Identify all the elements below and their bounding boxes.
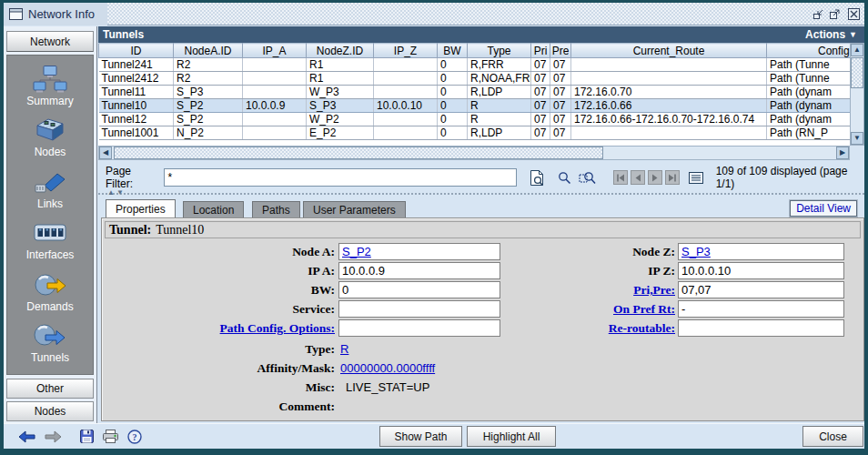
column-header-pre[interactable]: Pre <box>550 44 571 58</box>
highlight-all-button[interactable]: Highlight All <box>467 426 556 447</box>
cell: Path (dynam <box>767 99 851 113</box>
cell: 07 <box>550 99 571 113</box>
field-box[interactable]: - <box>678 300 844 318</box>
page-filter-input[interactable] <box>164 168 516 187</box>
field-value[interactable]: R <box>340 342 348 356</box>
field-label[interactable]: Pri,Pre: <box>448 283 675 298</box>
save-icon[interactable] <box>80 430 94 443</box>
vertical-scroll-thumb[interactable] <box>851 57 863 88</box>
print-icon[interactable] <box>103 430 118 443</box>
show-path-button[interactable]: Show Path <box>379 426 462 447</box>
title-bar[interactable]: Network Info <box>4 3 864 25</box>
field-label[interactable]: Re-routable: <box>448 321 675 336</box>
minimize-button[interactable] <box>811 6 826 22</box>
footer-toolbar: ? Show Path Highlight All Close <box>4 423 864 449</box>
column-header-type[interactable]: Type <box>468 44 531 58</box>
cell <box>243 72 307 86</box>
table-row[interactable]: Tunnel2412R2R10R,NOAA,FRR0707Path (Tunne <box>99 72 851 86</box>
sidebar-item-demands[interactable]: Demands <box>26 271 73 313</box>
cell: 10.0.0.9 <box>243 99 307 113</box>
last-page-button[interactable] <box>665 170 680 185</box>
preview-report-icon[interactable] <box>530 169 545 187</box>
zoom-selection-icon[interactable] <box>579 171 596 185</box>
page-list-icon[interactable] <box>689 172 703 184</box>
zoom-icon[interactable] <box>558 171 571 185</box>
splitter[interactable]: ▲▼ <box>98 193 864 199</box>
cell: Tunnel11 <box>99 86 174 99</box>
splitter-handle[interactable]: ▲▼ <box>107 188 126 197</box>
table-row[interactable]: Tunnel12S_P2W_P20R0707172.16.0.66-172.16… <box>99 113 851 126</box>
tab-paths[interactable]: Paths <box>252 201 300 217</box>
field-box[interactable] <box>678 319 844 337</box>
column-header-bw[interactable]: BW <box>438 44 468 58</box>
cell <box>243 58 307 72</box>
form-row: On Pref Rt:- <box>102 300 863 318</box>
value-link[interactable]: R <box>340 342 348 356</box>
detail-view-button[interactable]: Detail View <box>790 200 857 217</box>
back-arrow-icon[interactable] <box>18 430 35 443</box>
form-row: Affinity/Mask:00000000.0000ffff <box>102 359 863 378</box>
tab-user-parameters[interactable]: User Parameters <box>303 201 406 217</box>
nodes-group-button[interactable]: Nodes <box>6 401 94 421</box>
close-button[interactable]: Close <box>802 426 863 447</box>
scroll-up-button[interactable]: ▲ <box>851 44 863 56</box>
column-header-current_route[interactable]: Current_Route <box>571 44 767 58</box>
sidebar-item-nodes[interactable]: Nodes <box>32 116 68 158</box>
horizontal-scroll-thumb[interactable] <box>114 147 603 159</box>
forward-arrow-icon[interactable] <box>45 430 62 443</box>
sidebar-item-links[interactable]: Links <box>32 168 68 210</box>
detail-tab-bar: Properties Location Paths User Parameter… <box>98 199 864 217</box>
column-header-nodez.id[interactable]: NodeZ.ID <box>307 44 374 58</box>
field-label: Node Z: <box>448 245 675 259</box>
title-area: Network Info <box>4 3 107 25</box>
column-header-ip_a[interactable]: IP_A <box>243 44 307 58</box>
column-header-id[interactable]: ID <box>99 44 174 58</box>
table-row[interactable]: Tunnel10S_P210.0.0.9S_P310.0.0.100R07071… <box>99 99 851 113</box>
entity-value: Tunnel10 <box>156 223 204 238</box>
column-header-config[interactable]: Config <box>767 44 851 58</box>
column-header-nodea.id[interactable]: NodeA.ID <box>174 44 243 58</box>
entity-header: Tunnel: Tunnel10 <box>105 221 861 238</box>
scrollbar-corner <box>850 146 864 160</box>
interfaces-icon <box>32 219 68 247</box>
cell: 0 <box>438 113 468 126</box>
form-row: Comment: <box>102 398 863 416</box>
sidebar-item-tunnels[interactable]: Tunnels <box>31 322 69 364</box>
column-header-pri[interactable]: Pri <box>531 44 550 58</box>
field-box[interactable]: 07,07 <box>678 281 844 298</box>
cell: Tunnel2412 <box>99 72 174 86</box>
first-page-button[interactable] <box>613 170 628 185</box>
network-group-button[interactable]: Network <box>6 31 94 52</box>
actions-menu-button[interactable]: Actions▼ <box>805 28 857 41</box>
table-row[interactable]: Tunnel241R2R10R,FRR0707Path (Tunne <box>99 58 851 72</box>
cell: R,NOAA,FRR <box>468 72 531 86</box>
help-icon[interactable]: ? <box>127 430 142 444</box>
prev-page-button[interactable] <box>631 170 645 185</box>
tab-properties[interactable]: Properties <box>106 199 176 217</box>
field-box[interactable]: 10.0.0.10 <box>678 262 844 279</box>
next-page-button[interactable] <box>648 170 662 185</box>
field-label[interactable]: On Pref Rt: <box>448 302 675 317</box>
field-value: LIVE_STAT=UP <box>346 380 429 394</box>
form-row: Misc:LIVE_STAT=UP <box>102 379 863 397</box>
cell <box>571 126 767 140</box>
value-link[interactable]: S_P3 <box>681 245 711 258</box>
maximize-button[interactable] <box>827 6 843 22</box>
cell <box>374 126 438 140</box>
scroll-right-button[interactable]: ▶ <box>836 147 849 159</box>
table-row[interactable]: Tunnel1001N_P2E_P20R,LDP0707Path (RN_P <box>99 126 851 140</box>
sidebar-item-summary[interactable]: Summary <box>26 66 73 107</box>
other-group-button[interactable]: Other <box>6 379 94 399</box>
value-link[interactable]: 00000000.0000ffff <box>340 361 435 375</box>
field-value[interactable]: 00000000.0000ffff <box>340 361 435 375</box>
field-label: IP Z: <box>448 264 675 278</box>
tab-location[interactable]: Location <box>183 201 244 217</box>
field-box[interactable]: S_P3 <box>678 243 844 260</box>
sidebar-item-interfaces[interactable]: Interfaces <box>26 219 75 261</box>
column-header-ip_z[interactable]: IP_Z <box>374 44 438 58</box>
scroll-down-button[interactable]: ▼ <box>851 132 863 145</box>
scroll-left-button[interactable]: ◀ <box>99 147 112 159</box>
close-icon[interactable] <box>846 6 862 22</box>
window-icon <box>9 8 23 20</box>
table-row[interactable]: Tunnel11S_P3W_P30R,LDP0707172.16.0.70Pat… <box>99 86 851 99</box>
